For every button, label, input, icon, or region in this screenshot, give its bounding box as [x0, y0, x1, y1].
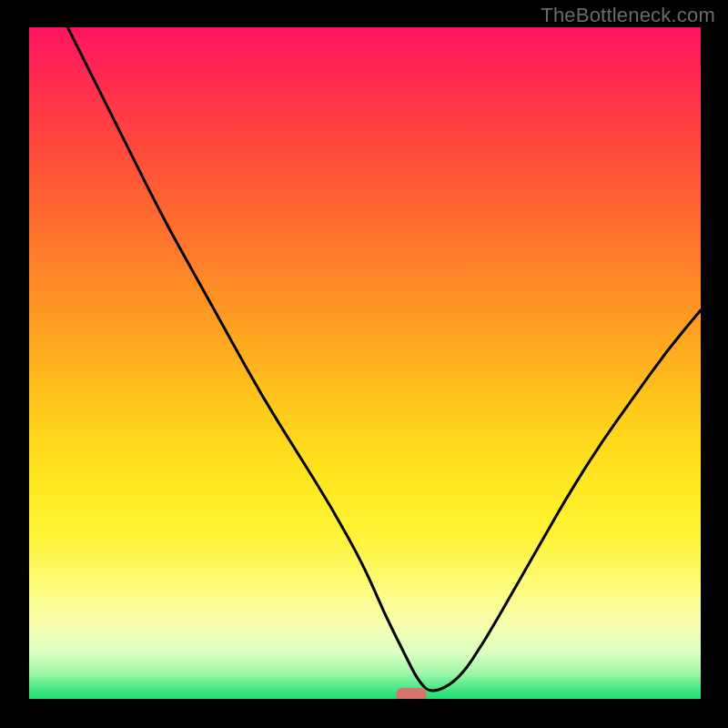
chart-frame: TheBottleneck.com — [0, 0, 728, 728]
y-axis-line — [25, 25, 29, 703]
x-axis-line — [25, 699, 703, 703]
bottleneck-curve — [27, 27, 701, 701]
watermark-text: TheBottleneck.com — [541, 4, 715, 27]
plot-area — [27, 27, 701, 701]
